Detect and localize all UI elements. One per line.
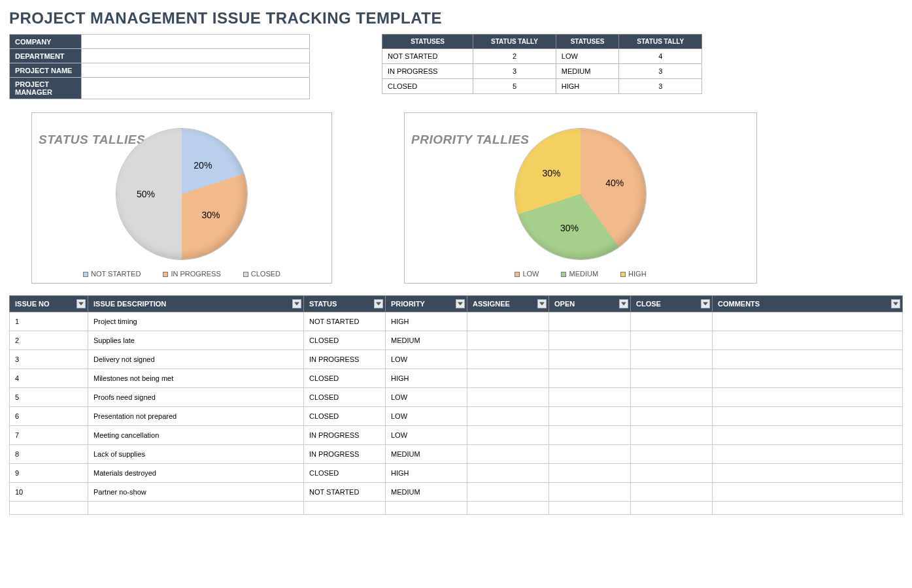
meta-value[interactable] [82, 35, 310, 49]
issue-cell[interactable] [713, 369, 903, 388]
issue-cell[interactable]: MEDIUM [386, 331, 467, 350]
issue-cell[interactable]: 5 [10, 388, 88, 407]
issue-cell[interactable] [631, 407, 713, 426]
issue-cell[interactable]: 8 [10, 445, 88, 464]
issue-header[interactable]: OPEN [549, 296, 631, 312]
issue-cell[interactable]: LOW [386, 350, 467, 369]
issue-cell[interactable]: LOW [386, 388, 467, 407]
issue-cell[interactable] [467, 483, 549, 502]
issue-cell[interactable] [467, 369, 549, 388]
issue-cell[interactable]: LOW [386, 407, 467, 426]
issue-cell[interactable]: 2 [10, 331, 88, 350]
issue-header[interactable]: ISSUE NO [10, 296, 88, 312]
filter-dropdown-icon[interactable] [374, 299, 383, 308]
issue-cell[interactable] [467, 502, 549, 515]
issue-cell[interactable]: 4 [10, 369, 88, 388]
issue-cell[interactable] [713, 388, 903, 407]
issue-cell[interactable]: CLOSED [304, 388, 386, 407]
issue-cell[interactable]: 9 [10, 464, 88, 483]
issue-cell[interactable] [549, 331, 631, 350]
issue-cell[interactable] [631, 464, 713, 483]
issue-cell[interactable] [467, 350, 549, 369]
issue-cell[interactable] [713, 502, 903, 515]
filter-dropdown-icon[interactable] [292, 299, 301, 308]
issue-cell[interactable]: Delivery not signed [88, 350, 304, 369]
issue-cell[interactable]: Proofs need signed [88, 388, 304, 407]
issue-cell[interactable]: MEDIUM [386, 483, 467, 502]
issue-cell[interactable]: Milestones not being met [88, 369, 304, 388]
issue-cell[interactable]: 6 [10, 407, 88, 426]
filter-dropdown-icon[interactable] [619, 299, 628, 308]
issue-cell[interactable] [713, 312, 903, 331]
filter-dropdown-icon[interactable] [456, 299, 465, 308]
issue-cell[interactable] [713, 331, 903, 350]
issue-cell[interactable] [631, 388, 713, 407]
issue-cell[interactable] [549, 426, 631, 445]
issue-cell[interactable] [713, 445, 903, 464]
filter-dropdown-icon[interactable] [891, 299, 900, 308]
issue-cell[interactable]: 1 [10, 312, 88, 331]
issue-cell[interactable]: CLOSED [304, 331, 386, 350]
issue-cell[interactable] [631, 483, 713, 502]
issue-cell[interactable]: 7 [10, 426, 88, 445]
issue-cell[interactable]: Meeting cancellation [88, 426, 304, 445]
issue-cell[interactable] [713, 483, 903, 502]
issue-header[interactable]: ASSIGNEE [467, 296, 549, 312]
issue-cell[interactable] [549, 369, 631, 388]
issue-cell[interactable] [549, 464, 631, 483]
issue-cell[interactable]: IN PROGRESS [304, 350, 386, 369]
issue-cell[interactable]: LOW [386, 426, 467, 445]
issue-cell[interactable]: CLOSED [304, 369, 386, 388]
issue-cell[interactable]: Project timing [88, 312, 304, 331]
issue-header[interactable]: STATUS [304, 296, 386, 312]
filter-dropdown-icon[interactable] [76, 299, 86, 308]
issue-cell[interactable] [467, 464, 549, 483]
issue-cell[interactable] [631, 312, 713, 331]
issue-cell[interactable]: Lack of supplies [88, 445, 304, 464]
issue-cell[interactable]: MEDIUM [386, 445, 467, 464]
issue-cell[interactable] [713, 464, 903, 483]
issue-cell[interactable] [631, 502, 713, 515]
issue-cell[interactable] [10, 502, 88, 515]
issue-cell[interactable] [713, 426, 903, 445]
issue-cell[interactable] [549, 312, 631, 331]
meta-value[interactable] [82, 49, 310, 63]
issue-cell[interactable]: CLOSED [304, 464, 386, 483]
issue-header[interactable]: CLOSE [631, 296, 713, 312]
issue-cell[interactable]: 3 [10, 350, 88, 369]
issue-cell[interactable] [631, 331, 713, 350]
issue-cell[interactable]: Supplies late [88, 331, 304, 350]
issue-cell[interactable] [549, 350, 631, 369]
issue-cell[interactable]: 10 [10, 483, 88, 502]
issue-cell[interactable] [713, 350, 903, 369]
issue-cell[interactable] [304, 502, 386, 515]
issue-cell[interactable] [467, 445, 549, 464]
issue-cell[interactable] [467, 426, 549, 445]
issue-cell[interactable] [549, 407, 631, 426]
issue-cell[interactable] [467, 388, 549, 407]
issue-cell[interactable]: HIGH [386, 369, 467, 388]
issue-cell[interactable]: IN PROGRESS [304, 445, 386, 464]
issue-cell[interactable]: Partner no-show [88, 483, 304, 502]
issue-cell[interactable] [549, 388, 631, 407]
meta-value[interactable] [82, 63, 310, 78]
issue-cell[interactable] [386, 502, 467, 515]
issue-cell[interactable] [467, 312, 549, 331]
issue-cell[interactable] [467, 407, 549, 426]
issue-cell[interactable]: Presentation not prepared [88, 407, 304, 426]
issue-header[interactable]: COMMENTS [713, 296, 903, 312]
issue-cell[interactable] [713, 407, 903, 426]
filter-dropdown-icon[interactable] [701, 299, 710, 308]
issue-cell[interactable]: HIGH [386, 312, 467, 331]
issue-cell[interactable]: IN PROGRESS [304, 426, 386, 445]
issue-cell[interactable] [467, 331, 549, 350]
issue-cell[interactable]: NOT STARTED [304, 483, 386, 502]
issue-cell[interactable] [631, 350, 713, 369]
issue-cell[interactable] [549, 483, 631, 502]
issue-cell[interactable]: CLOSED [304, 407, 386, 426]
issue-cell[interactable] [631, 445, 713, 464]
issue-cell[interactable] [631, 369, 713, 388]
issue-cell[interactable]: HIGH [386, 464, 467, 483]
issue-cell[interactable]: NOT STARTED [304, 312, 386, 331]
issue-cell[interactable]: Materials destroyed [88, 464, 304, 483]
